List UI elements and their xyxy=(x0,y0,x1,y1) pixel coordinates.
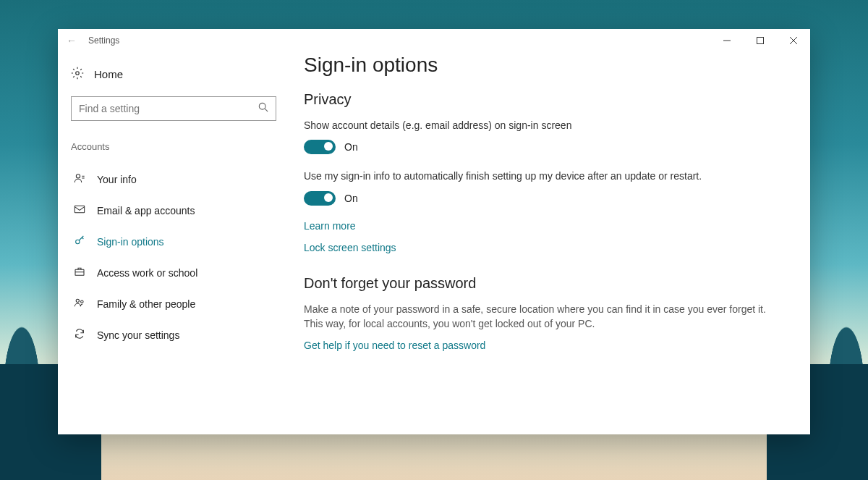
sidebar-item-label: Access work or school xyxy=(97,267,197,279)
main-content: Sign-in options Privacy Show account det… xyxy=(289,52,810,434)
svg-point-11 xyxy=(76,240,80,243)
lock-screen-link[interactable]: Lock screen settings xyxy=(304,242,788,253)
svg-line-6 xyxy=(265,109,268,111)
sidebar-item-label: Sync your settings xyxy=(97,329,179,341)
person-icon xyxy=(74,172,85,186)
titlebar: ← Settings xyxy=(58,29,810,52)
auto-signin-toggle[interactable] xyxy=(304,191,336,206)
privacy-heading: Privacy xyxy=(304,91,788,108)
maximize-button[interactable] xyxy=(744,29,777,52)
gear-icon xyxy=(71,67,84,82)
sidebar: Home Accounts Your info Email & app acco… xyxy=(58,52,289,434)
home-link[interactable]: Home xyxy=(71,67,276,82)
search-icon xyxy=(258,102,268,115)
svg-rect-10 xyxy=(75,206,84,212)
mail-icon xyxy=(74,203,85,217)
sidebar-item-family[interactable]: Family & other people xyxy=(71,288,276,319)
auto-signin-label: Use my sign-in info to automatically fin… xyxy=(304,169,752,183)
forget-heading: Don't forget your password xyxy=(304,275,788,292)
show-details-label: Show account details (e.g. email address… xyxy=(304,118,752,132)
sidebar-item-label: Your info xyxy=(97,174,137,185)
briefcase-icon xyxy=(74,266,85,279)
show-details-state: On xyxy=(344,141,358,153)
sidebar-item-email[interactable]: Email & app accounts xyxy=(71,195,276,226)
sidebar-item-label: Sign-in options xyxy=(97,236,164,248)
sidebar-item-signin[interactable]: Sign-in options xyxy=(71,226,276,257)
home-label: Home xyxy=(94,68,123,80)
sidebar-item-work[interactable]: Access work or school xyxy=(71,257,276,288)
key-icon xyxy=(74,235,85,248)
svg-point-14 xyxy=(81,300,83,303)
close-button[interactable] xyxy=(777,29,810,52)
minimize-button[interactable] xyxy=(710,29,744,52)
show-details-toggle[interactable] xyxy=(304,140,336,154)
svg-point-5 xyxy=(259,103,265,109)
auto-signin-state: On xyxy=(344,193,358,204)
search-input[interactable] xyxy=(79,103,258,114)
settings-window: ← Settings Home Accounts Your info xyxy=(58,29,810,434)
reset-help-link[interactable]: Get help if you need to reset a password xyxy=(304,340,788,351)
forget-body: Make a note of your password in a safe, … xyxy=(304,302,767,332)
sidebar-item-your-info[interactable]: Your info xyxy=(71,164,276,195)
svg-point-7 xyxy=(76,174,80,178)
svg-point-4 xyxy=(76,72,80,75)
back-button[interactable]: ← xyxy=(67,35,84,46)
people-icon xyxy=(74,297,85,311)
sidebar-item-label: Family & other people xyxy=(97,298,195,310)
sync-icon xyxy=(74,328,85,342)
sidebar-item-sync[interactable]: Sync your settings xyxy=(71,319,276,350)
category-label: Accounts xyxy=(71,141,276,152)
window-title: Settings xyxy=(88,35,119,46)
page-title: Sign-in options xyxy=(304,54,788,77)
search-box[interactable] xyxy=(71,96,276,121)
svg-rect-12 xyxy=(75,269,84,275)
learn-more-link[interactable]: Learn more xyxy=(304,220,788,232)
sidebar-item-label: Email & app accounts xyxy=(97,205,195,216)
svg-point-13 xyxy=(76,299,79,302)
svg-rect-1 xyxy=(757,38,764,44)
